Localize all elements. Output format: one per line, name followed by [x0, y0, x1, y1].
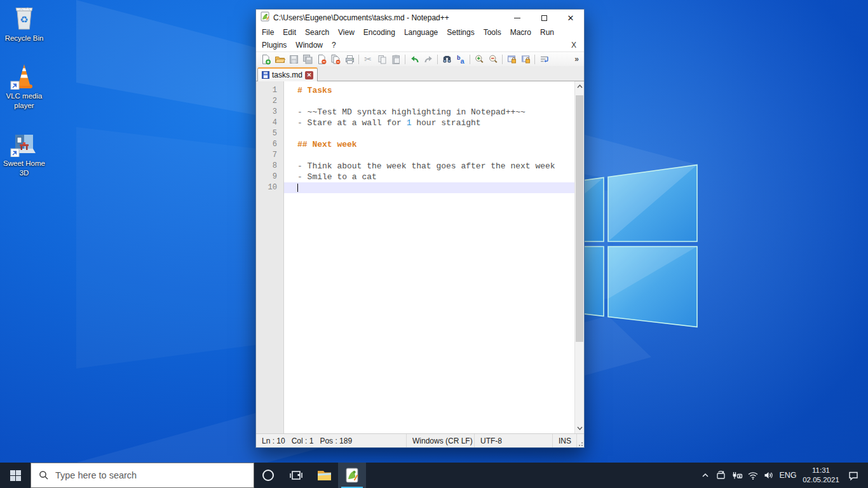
copy-button[interactable] [375, 53, 389, 65]
tray-volume-icon[interactable] [761, 463, 776, 488]
word-wrap-button[interactable] [537, 53, 551, 65]
tab-close-icon[interactable]: ✕ [305, 71, 313, 79]
code-line-2 [284, 96, 574, 107]
code-line-6: ## Next week [284, 139, 574, 150]
md-body-text: Stare at a wall for [308, 118, 407, 128]
copy-icon [377, 54, 388, 65]
close-button[interactable]: ✕ [557, 10, 584, 26]
toolbar: ✂ [256, 51, 584, 66]
code-line-4: - Stare at a wall for 1 hour straight [284, 118, 574, 128]
open-file-button[interactable] [273, 53, 287, 65]
tray-clock[interactable]: 11:31 02.05.2021 [799, 466, 843, 485]
taskbar-cortana-button[interactable] [254, 463, 282, 488]
replace-icon: b a [456, 54, 466, 65]
redo-button[interactable] [421, 53, 435, 65]
action-center-icon[interactable] [843, 463, 864, 488]
menu-language[interactable]: Language [400, 27, 442, 38]
editor: 1 2 3 4 5 6 7 8 9 10 # Tasks - ~~Test MD… [256, 81, 584, 433]
close-file-button[interactable] [315, 53, 329, 65]
tray-language-indicator[interactable]: ENG [776, 471, 799, 480]
sync-vertical-scroll-button[interactable] [505, 53, 519, 65]
toolbar-overflow-button[interactable]: » [574, 55, 581, 64]
status-eol-format[interactable]: Windows (CR LF) [407, 434, 475, 447]
zoom-out-icon [488, 54, 499, 65]
taskbar-file-explorer-button[interactable] [310, 463, 338, 488]
menu-run[interactable]: Run [536, 27, 559, 38]
close-all-button[interactable] [329, 53, 342, 65]
undo-button[interactable] [407, 53, 421, 65]
toolbar-separator [358, 55, 359, 64]
word-wrap-icon [539, 54, 550, 65]
save-all-button[interactable] [301, 53, 315, 65]
tray-power-plug-icon[interactable] [729, 463, 745, 488]
maximize-button[interactable] [531, 10, 557, 26]
md-body-text: ~~Test MD syntax highlighting in Notepad… [308, 107, 526, 117]
tray-rotation-lock-icon[interactable] [713, 463, 729, 488]
start-button[interactable] [0, 463, 31, 488]
save-icon [288, 54, 299, 65]
recycle-bin-icon: ♻ [10, 4, 38, 32]
menu-search[interactable]: Search [301, 27, 334, 38]
status-encoding[interactable]: UTF-8 [475, 434, 553, 447]
code-line-3: - ~~Test MD syntax highlighting in Notep… [284, 107, 574, 118]
taskbar-search-box[interactable] [31, 463, 254, 488]
toolbar-separator [534, 55, 535, 64]
paste-button[interactable] [389, 53, 403, 65]
sweet-home-3d-icon [10, 129, 38, 157]
zoom-in-button[interactable] [472, 53, 486, 65]
find-button[interactable] [440, 53, 454, 65]
desktop-icon-sweet-home-3d[interactable]: Sweet Home 3D [1, 129, 47, 177]
desktop-icon-recycle-bin[interactable]: ♻ Recycle Bin [1, 4, 47, 43]
menu-encoding[interactable]: Encoding [359, 27, 400, 38]
scrollbar-track[interactable] [575, 342, 584, 423]
zoom-in-icon [474, 54, 485, 65]
vertical-scrollbar[interactable] [574, 81, 584, 433]
menu-file[interactable]: File [257, 27, 278, 38]
tray-wifi-icon[interactable] [745, 463, 761, 488]
replace-button[interactable]: b a [454, 53, 468, 65]
svg-text:a: a [460, 57, 465, 64]
save-button[interactable] [287, 53, 301, 65]
line-number: 6 [256, 139, 277, 150]
tray-chevron-up-icon[interactable] [697, 463, 713, 488]
code-line-9: - Smile to a cat [284, 172, 574, 182]
zoom-out-button[interactable] [486, 53, 500, 65]
menu-edit[interactable]: Edit [278, 27, 301, 38]
scrollbar-thumb[interactable] [576, 95, 583, 342]
md-body-text: Smile to a cat [308, 172, 377, 182]
scroll-down-arrow[interactable] [575, 423, 584, 433]
menu-tools[interactable]: Tools [479, 27, 506, 38]
menu-help[interactable]: ? [327, 39, 341, 51]
tab-tasks-md[interactable]: tasks.md ✕ [257, 67, 318, 81]
taskbar-notepadpp-button[interactable] [338, 463, 366, 488]
new-file-button[interactable] [259, 53, 273, 65]
taskbar-task-view-button[interactable] [282, 463, 310, 488]
text-area[interactable]: # Tasks - ~~Test MD syntax highlighting … [284, 81, 574, 433]
menu-view[interactable]: View [334, 27, 359, 38]
minimize-button[interactable] [504, 10, 531, 26]
print-button[interactable] [342, 53, 356, 65]
search-input[interactable] [55, 470, 233, 480]
menu-macro[interactable]: Macro [506, 27, 536, 38]
desktop-icon-label: VLC media player [1, 92, 47, 110]
save-all-icon [302, 54, 313, 65]
menu-window[interactable]: Window [291, 39, 327, 51]
menu-bar-row-2: Plugins Window ? X [256, 39, 584, 51]
sync-horizontal-scroll-button[interactable] [519, 53, 532, 65]
title-bar[interactable]: C:\Users\Eugene\Documents\tasks.md - Not… [256, 10, 584, 26]
desktop-icon-list: ♻ Recycle Bin VLC media player [1, 4, 47, 177]
undo-icon [409, 54, 420, 65]
menu-plugins[interactable]: Plugins [257, 39, 291, 51]
tab-label: tasks.md [272, 71, 302, 79]
open-folder-icon [275, 54, 285, 65]
tray-date: 02.05.2021 [799, 475, 843, 485]
menu-close-doc-button[interactable]: X [565, 41, 583, 50]
resize-grip[interactable] [577, 434, 584, 447]
cut-button[interactable]: ✂ [361, 53, 375, 65]
status-typing-mode[interactable]: INS [553, 434, 577, 447]
menu-settings[interactable]: Settings [442, 27, 478, 38]
notepadpp-window: C:\Users\Eugene\Documents\tasks.md - Not… [255, 9, 585, 448]
scroll-up-arrow[interactable] [575, 81, 584, 92]
toolbar-separator [470, 55, 470, 64]
desktop-icon-vlc[interactable]: VLC media player [1, 62, 47, 110]
